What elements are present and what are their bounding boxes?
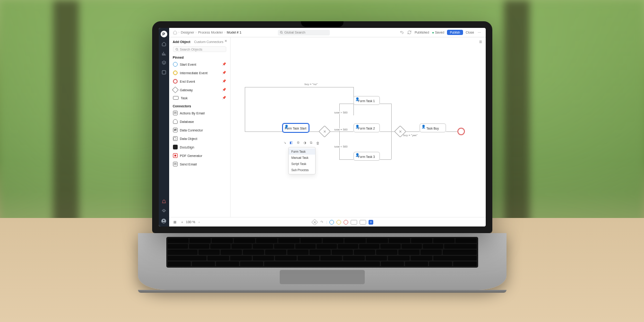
node-gateway-1[interactable] bbox=[318, 125, 330, 137]
palette-start-event[interactable] bbox=[329, 220, 334, 225]
close-button[interactable]: Close bbox=[466, 31, 474, 34]
palette-subprocess[interactable] bbox=[360, 220, 366, 225]
section-connectors: Connectors bbox=[173, 104, 226, 108]
publish-button[interactable]: Publish bbox=[447, 30, 463, 35]
svg-point-3 bbox=[163, 219, 164, 221]
connector-actions-by-email[interactable]: ✉Actions By Email bbox=[173, 110, 226, 116]
palette-end-event[interactable] bbox=[343, 220, 348, 225]
more-icon[interactable]: ⋯ bbox=[477, 30, 481, 35]
rail-home-icon[interactable] bbox=[161, 41, 167, 47]
node-task-buy[interactable]: 👤Task Buy bbox=[420, 123, 446, 132]
crumb-designer[interactable]: Designer bbox=[181, 31, 194, 34]
pin-icon[interactable]: 📌 bbox=[222, 79, 226, 83]
node-context-toolbar: ↘ ◧ ⚙ ◑ ⧉ 🗑 bbox=[283, 140, 320, 145]
zoom-out-button[interactable]: － bbox=[197, 220, 201, 225]
start-event-icon bbox=[173, 62, 178, 67]
node-end-event[interactable] bbox=[457, 128, 465, 135]
palette-task[interactable] bbox=[351, 220, 357, 225]
close-icon[interactable]: ✕ bbox=[224, 39, 227, 43]
edge-total-lt: total < 500 bbox=[334, 145, 349, 148]
palette-redo-icon[interactable]: ↷ bbox=[319, 220, 324, 225]
zoom-in-button[interactable]: ＋ bbox=[180, 220, 184, 225]
connector-data-object[interactable]: ▢Data Object bbox=[173, 135, 226, 142]
element-palette: ↶ ↷ | ＋ bbox=[312, 220, 374, 225]
rail-gear-icon[interactable] bbox=[161, 209, 167, 214]
task-icon bbox=[173, 96, 179, 100]
pin-icon[interactable]: 📌 bbox=[222, 62, 226, 66]
type-icon[interactable]: ◧ bbox=[289, 140, 294, 145]
svg-point-4 bbox=[280, 31, 282, 33]
email-icon: ✉ bbox=[173, 111, 178, 115]
process-canvas[interactable]: ☰ bbox=[231, 37, 486, 217]
app-rail: P bbox=[159, 28, 169, 226]
send-email-icon: ✉ bbox=[173, 162, 178, 166]
end-event-icon bbox=[173, 79, 178, 84]
menu-sub-process[interactable]: Sub Process bbox=[289, 167, 315, 173]
status-saved: ●Saved bbox=[432, 31, 444, 34]
hamburger-icon[interactable]: ☰ bbox=[479, 40, 482, 44]
rail-chart-icon[interactable] bbox=[161, 51, 167, 56]
object-start-event[interactable]: Start Event📌 bbox=[173, 61, 226, 68]
gateway-icon bbox=[172, 87, 178, 93]
palette-add-button[interactable]: ＋ bbox=[369, 220, 373, 225]
rail-layers-icon[interactable] bbox=[161, 60, 167, 66]
topbar: › Designer › Process Modeler › Model # 1… bbox=[169, 28, 486, 37]
connector-data-connector[interactable]: ⇄Data Connector bbox=[173, 127, 226, 133]
home-icon[interactable] bbox=[173, 30, 177, 35]
object-end-event[interactable]: End Event📌 bbox=[173, 78, 226, 85]
search-placeholder: Global Search bbox=[284, 31, 305, 34]
svg-rect-0 bbox=[162, 70, 166, 74]
palette-intermediate-event[interactable] bbox=[336, 220, 341, 225]
copy-icon[interactable]: ⧉ bbox=[309, 140, 314, 145]
connector-send-email[interactable]: ✉Send Email bbox=[173, 161, 226, 167]
color-icon[interactable]: ◑ bbox=[302, 140, 307, 145]
undo-icon[interactable] bbox=[399, 30, 404, 35]
menu-script-task[interactable]: Script Task bbox=[289, 161, 315, 167]
rail-user-icon[interactable] bbox=[161, 218, 167, 224]
node-form-task-1[interactable]: 👤Form Task 1 bbox=[353, 96, 380, 105]
connector-pdf-generator[interactable]: PDF Generator bbox=[173, 152, 226, 159]
node-form-task-start[interactable]: 👤 Form Task Start bbox=[283, 123, 309, 132]
connector-docusign[interactable]: DocuSign bbox=[173, 144, 226, 150]
object-intermediate-event[interactable]: Intermediate Event📌 bbox=[173, 70, 226, 76]
pin-icon[interactable]: 📌 bbox=[222, 71, 226, 75]
docusign-icon bbox=[173, 145, 178, 149]
pin-icon[interactable]: 📌 bbox=[222, 96, 226, 100]
rail-bell-icon[interactable] bbox=[161, 199, 167, 205]
object-gateway[interactable]: Gateway📌 bbox=[173, 87, 226, 93]
pin-icon[interactable]: 📌 bbox=[222, 88, 226, 92]
connector-database[interactable]: Database bbox=[173, 118, 226, 125]
breadcrumb: › Designer › Process Modeler › Model # 1 bbox=[173, 30, 241, 35]
pdf-icon bbox=[173, 153, 178, 158]
edge-total-gt: total > 500 bbox=[334, 111, 349, 114]
menu-manual-task[interactable]: Manual Task bbox=[289, 155, 315, 161]
node-form-task-3[interactable]: 👤Form Task 3 bbox=[353, 152, 380, 161]
tab-add-object[interactable]: Add Object bbox=[173, 40, 190, 44]
laptop-trackpad bbox=[280, 270, 365, 284]
crumb-current: Model # 1 bbox=[227, 31, 241, 34]
svg-point-1 bbox=[163, 211, 164, 212]
search-input[interactable]: Global Search bbox=[278, 30, 330, 35]
object-task[interactable]: Task📌 bbox=[173, 95, 226, 101]
laptop-keyboard bbox=[166, 237, 478, 268]
status-published: Published bbox=[414, 31, 429, 34]
connect-icon[interactable]: ↘ bbox=[283, 140, 287, 145]
trash-icon[interactable]: 🗑 bbox=[316, 140, 320, 145]
refresh-icon[interactable] bbox=[407, 30, 412, 35]
objects-panel: Add Object Custom Connectors ✕ Search Ob… bbox=[169, 37, 231, 217]
grid-icon[interactable]: ▦ bbox=[173, 220, 178, 225]
node-form-task-2[interactable]: 👤Form Task 2 bbox=[353, 123, 380, 132]
panel-search-input[interactable]: Search Objects bbox=[173, 46, 226, 52]
tab-custom-connectors[interactable]: Custom Connectors bbox=[194, 40, 223, 44]
gear-icon[interactable]: ⚙ bbox=[296, 140, 301, 145]
bottom-bar: ▦ ＋ 100 % － ↶ ↷ | bbox=[169, 217, 486, 226]
data-object-icon: ▢ bbox=[173, 136, 178, 141]
svg-point-5 bbox=[176, 48, 178, 50]
menu-form-task[interactable]: Form Task bbox=[289, 148, 315, 155]
app-logo[interactable]: P bbox=[161, 31, 167, 37]
edge-total-eq: total = 500 bbox=[334, 128, 349, 131]
edge-buy-yes: buy = "yes" bbox=[403, 134, 419, 137]
crumb-modeler[interactable]: Process Modeler bbox=[198, 31, 223, 34]
rail-box-icon[interactable] bbox=[161, 70, 167, 75]
zoom-value: 100 % bbox=[186, 220, 196, 224]
